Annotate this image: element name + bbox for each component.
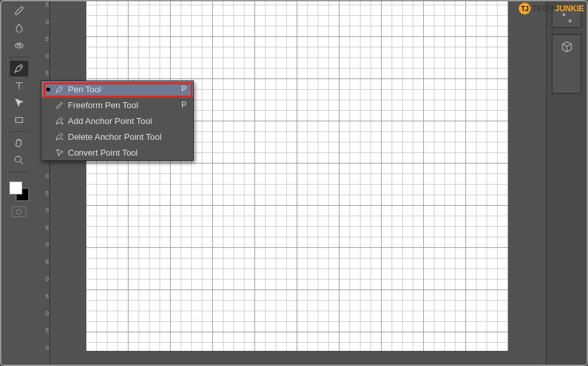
sponge-tool[interactable]: [10, 38, 28, 53]
flyout-item-label: Freeform Pen Tool: [67, 100, 177, 110]
flyout-item-convert[interactable]: Convert Point Tool: [42, 144, 193, 160]
tool-divider: [9, 171, 30, 172]
watermark-text-a: TECH: [532, 4, 554, 13]
svg-point-0: [15, 43, 23, 48]
pen-plus-icon: [52, 116, 67, 126]
panel-button-3d[interactable]: [552, 34, 581, 94]
pen-icon: [52, 84, 67, 94]
blur-tool[interactable]: [10, 20, 28, 36]
ruler-tick: 5: [37, 36, 49, 42]
ruler-tick: 5: [37, 293, 49, 299]
ruler-tick: 5: [37, 70, 49, 76]
flyout-item-label: Pen Tool: [67, 84, 177, 94]
watermark-text-b: JUNKIE: [555, 4, 584, 13]
tool-divider: [9, 131, 30, 132]
quick-mask-toggle[interactable]: [12, 206, 26, 217]
convert-icon: [52, 148, 67, 158]
ruler-tick: 0: [37, 18, 49, 25]
ruler-tick: 5: [37, 224, 49, 231]
ruler-tick: 5: [37, 1, 49, 8]
pen-minus-icon: [52, 132, 67, 142]
flyout-item-pen[interactable]: ■Pen ToolP: [42, 81, 193, 97]
flyout-item-pen-minus[interactable]: Delete Anchor Point Tool: [42, 129, 193, 144]
ruler-tick: 0: [37, 344, 49, 351]
ruler-tick: 0: [37, 310, 49, 317]
svg-point-1: [17, 45, 18, 46]
rectangle-tool[interactable]: [10, 112, 28, 128]
color-swatch[interactable]: [9, 181, 29, 201]
flyout-item-shortcut: P: [177, 84, 187, 94]
right-panel-strip: [546, 1, 587, 365]
ruler-tick: 0: [37, 241, 49, 248]
flyout-item-pen-plus[interactable]: Add Anchor Point Tool: [42, 113, 193, 129]
path-selection-tool[interactable]: [10, 95, 28, 111]
flyout-item-label: Convert Point Tool: [67, 148, 177, 158]
workspace: 505050550505050505050: [37, 1, 546, 365]
flyout-item-label: Add Anchor Point Tool: [67, 116, 177, 126]
canvas-area[interactable]: [50, 1, 546, 365]
ruler-tick: 0: [37, 53, 49, 59]
zoom-tool[interactable]: [10, 152, 28, 168]
toolbox: [1, 1, 37, 365]
canvas[interactable]: [86, 1, 508, 351]
ruler-tick: 5: [37, 259, 49, 265]
brush-tool[interactable]: [10, 3, 28, 19]
flyout-item-label: Delete Anchor Point Tool: [67, 132, 177, 142]
flyout-item-freeform-pen[interactable]: Freeform Pen ToolP: [42, 97, 193, 113]
pen-tool-flyout: ■Pen ToolPFreeform Pen ToolPAdd Anchor P…: [41, 80, 194, 161]
ruler-tick: 0: [37, 276, 49, 282]
hand-tool[interactable]: [10, 135, 28, 151]
flyout-item-shortcut: P: [177, 100, 187, 109]
ruler-tick: 0: [37, 173, 49, 179]
svg-point-2: [20, 46, 21, 47]
pen-tool[interactable]: [10, 61, 28, 76]
ruler-tick: 5: [37, 327, 49, 334]
freeform-pen-icon: [52, 100, 67, 110]
svg-rect-4: [16, 117, 23, 123]
watermark-badge: TJ: [519, 3, 531, 15]
vertical-ruler: 505050550505050505050: [37, 1, 50, 365]
tool-divider: [9, 57, 30, 57]
svg-point-3: [19, 44, 20, 46]
active-marker: ■: [44, 85, 52, 93]
ruler-tick: 0: [37, 207, 49, 214]
svg-point-5: [15, 156, 21, 162]
foreground-color[interactable]: [9, 181, 22, 195]
ruler-tick: 5: [37, 190, 49, 197]
type-tool[interactable]: [10, 78, 28, 94]
watermark: TJ TECHJUNKIE: [519, 3, 584, 15]
